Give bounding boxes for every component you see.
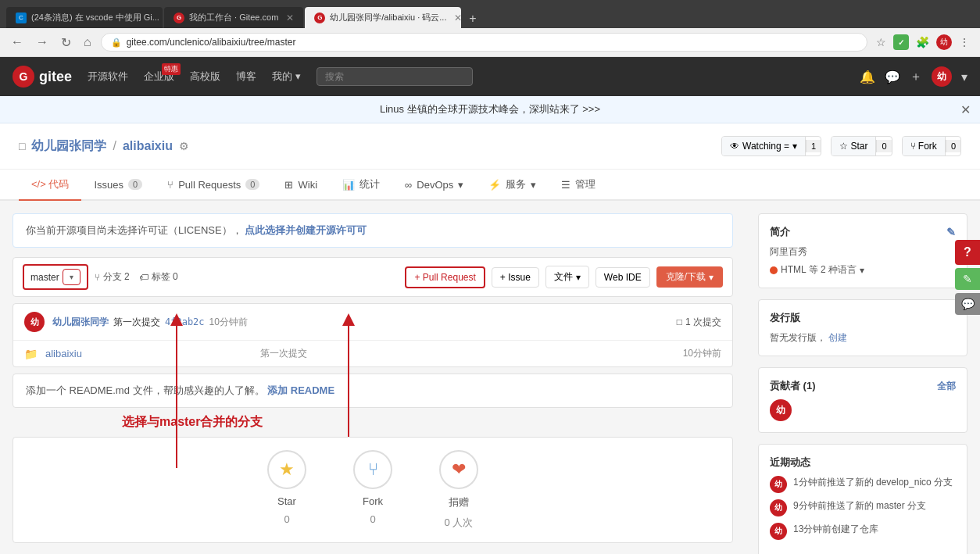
tab-services[interactable]: ⚡ 服务 ▾	[476, 170, 549, 201]
fork-circle: ⑂	[353, 450, 392, 489]
watching-button[interactable]: 👁 Watching = ▾	[722, 137, 806, 155]
forward-button[interactable]: →	[33, 34, 52, 51]
nav-mine[interactable]: 我的 ▾	[272, 70, 301, 84]
release-create-link[interactable]: 创建	[828, 332, 847, 343]
bookmark-button[interactable]: ☆	[874, 34, 889, 51]
commit-count-text: 1 次提交	[685, 316, 721, 329]
star-stat[interactable]: ★ Star 0	[267, 450, 306, 530]
fork-button[interactable]: ⑂ Fork	[903, 137, 946, 155]
license-create-link[interactable]: 点此选择并创建开源许可可	[245, 224, 367, 236]
activity-item-1: 幼 9分钟前推送了新的 master 分支	[770, 499, 956, 516]
message-icon[interactable]: 💬	[885, 70, 900, 84]
repo-toolbar: master ▾ ⑂ 分支 2 🏷 标签 0 + Pull Request + …	[13, 257, 733, 297]
announcement-close[interactable]: ✕	[960, 102, 971, 117]
home-button[interactable]: ⌂	[80, 34, 95, 51]
watching-arrow: ▾	[792, 141, 797, 152]
commit-hash[interactable]: 4f2ab2c	[165, 316, 205, 327]
user-avatar-nav[interactable]: 幼	[932, 66, 952, 87]
nav-mine-arrow: ▾	[295, 70, 301, 82]
tab-gitee-home[interactable]: G 我的工作台 · Gitee.com ✕	[164, 7, 303, 28]
repo-settings-icon[interactable]: ⚙	[179, 140, 189, 152]
branch-selector[interactable]: master ▾	[23, 264, 88, 290]
add-readme-link[interactable]: 添加 README	[267, 384, 334, 396]
star-button[interactable]: ☆ Star	[832, 137, 876, 155]
commit-header: 幼 幼儿园张同学 第一次提交 4f2ab2c 10分钟前 □ 1 次提交	[13, 304, 732, 341]
repo-owner[interactable]: 幼儿园张同学	[31, 138, 106, 155]
branch-count: ⑂ 分支 2	[95, 270, 130, 284]
menu-button[interactable]: ⋮	[957, 34, 972, 51]
web-ide-button[interactable]: Web IDE	[596, 267, 650, 288]
nav-search-box[interactable]	[317, 67, 473, 86]
tab-issues[interactable]: Issues 0	[81, 170, 155, 201]
tab-wiki[interactable]: ⊞ Wiki	[272, 170, 330, 201]
gitee-logo-icon: G	[13, 66, 34, 88]
new-tab-button[interactable]: +	[463, 9, 482, 28]
browser-actions: ☆ ✓ 🧩 幼 ⋮	[874, 34, 972, 51]
fork-stat[interactable]: ⑂ Fork 0	[353, 450, 392, 530]
reload-button[interactable]: ↻	[58, 34, 74, 52]
tab-gitee-home-close[interactable]: ✕	[286, 13, 294, 23]
contributor-avatar[interactable]: 幼	[770, 399, 792, 421]
help-button[interactable]: ?	[955, 240, 980, 265]
pr-badge: 0	[245, 179, 259, 190]
eye-icon: 👁	[730, 141, 739, 152]
extensions-button[interactable]: 🧩	[914, 34, 932, 51]
tab-pr[interactable]: ⑂ Pull Requests 0	[155, 170, 272, 201]
file-button[interactable]: 文件 ▾	[545, 266, 589, 288]
repo-name[interactable]: alibaixiu	[123, 139, 173, 153]
search-input[interactable]	[317, 67, 473, 86]
intro-title-text: 简介	[770, 225, 790, 239]
plus-icon[interactable]: ＋	[910, 69, 922, 85]
fork-group: ⑂ Fork 0	[902, 136, 961, 156]
language-tag[interactable]: HTML 等 2 种语言 ▾	[770, 263, 956, 277]
nav-blog[interactable]: 博客	[236, 70, 256, 84]
star-count: 0	[876, 140, 891, 152]
star-icon-shape: ★	[279, 459, 295, 480]
gitee-site: G gitee 开源软件 企业版 特惠 高校版 博客 我的 ▾ 🔔 💬 ＋ 幼 …	[0, 57, 980, 554]
file-name[interactable]: alibaixiu	[45, 348, 252, 359]
tab-stats[interactable]: 📊 统计	[330, 170, 392, 201]
tab-repo[interactable]: G 幼儿园张同学/alibaixiu · 码云... ✕	[305, 7, 461, 28]
tab-manage[interactable]: ☰ 管理	[549, 170, 608, 201]
nav-user-arrow[interactable]: ▾	[961, 70, 967, 84]
pull-request-button[interactable]: + Pull Request	[405, 266, 485, 288]
release-title-text: 发行版	[770, 311, 800, 325]
pull-request-label: + Pull Request	[414, 272, 475, 283]
notification-icon[interactable]: 🔔	[860, 70, 875, 84]
tab-stats-icon: 📊	[342, 179, 355, 191]
repo-actions: 👁 Watching = ▾ 1 ☆ Star 0 ⑂ Fork 0	[721, 136, 961, 156]
tab-stats-label: 统计	[359, 177, 380, 191]
address-input[interactable]: 🔒 gitee.com/unclenico/alibaixiu/tree/mas…	[101, 33, 867, 52]
nav-university[interactable]: 高校版	[190, 70, 220, 84]
announcement-text: Linus 坐镇的全球开源技术峰会，深圳站来了 >>>	[380, 103, 600, 115]
tab-code[interactable]: </> 代码	[19, 170, 81, 201]
ext-green-icon[interactable]: ✓	[893, 34, 909, 50]
issue-button[interactable]: + Issue	[492, 267, 539, 288]
back-button[interactable]: ←	[8, 34, 27, 51]
gitee-navbar: G gitee 开源软件 企业版 特惠 高校版 博客 我的 ▾ 🔔 💬 ＋ 幼 …	[0, 57, 980, 96]
activity-item-0: 幼 1分钟前推送了新的 develop_nico 分支	[770, 476, 956, 493]
tab-devops[interactable]: ∞ DevOps ▾	[392, 170, 476, 201]
vscode-favicon: C	[16, 13, 27, 23]
edit-button[interactable]: ✎	[955, 268, 980, 290]
file-table: 幼 幼儿园张同学 第一次提交 4f2ab2c 10分钟前 □ 1 次提交	[13, 303, 733, 367]
fork-count: 0	[946, 140, 960, 152]
nav-enterprise[interactable]: 企业版 特惠	[144, 70, 174, 84]
intro-edit-icon[interactable]: ✎	[946, 226, 956, 238]
download-button[interactable]: 克隆/下载 ▾	[656, 266, 723, 288]
license-warning: 你当前开源项目尚未选择许可证（LICENSE）， 点此选择并创建开源许可可	[13, 213, 733, 248]
toolbar-container: master ▾ ⑂ 分支 2 🏷 标签 0 + Pull Request + …	[13, 257, 733, 408]
donate-stat[interactable]: ❤ 捐赠 0 人次	[439, 450, 478, 530]
floating-actions: ? ✎ 💬	[955, 240, 980, 315]
repo-content: 你当前开源项目尚未选择许可证（LICENSE）， 点此选择并创建开源许可可 ma…	[0, 201, 746, 554]
nav-open-source[interactable]: 开源软件	[88, 70, 128, 84]
gitee-logo[interactable]: G gitee	[13, 66, 72, 88]
contributors-all-link[interactable]: 全部	[937, 380, 956, 393]
tab-vscode[interactable]: C (24条消息) 在 vscode 中使用 Gi... ✕	[6, 7, 163, 28]
annotation-container: 选择与master合并的分支	[13, 408, 733, 431]
tab-repo-close[interactable]: ✕	[454, 13, 461, 23]
commit-author[interactable]: 幼儿园张同学	[52, 316, 109, 329]
tab-devops-icon: ∞	[405, 179, 412, 191]
comment-button[interactable]: 💬	[955, 293, 980, 315]
profile-avatar[interactable]: 幼	[936, 34, 952, 50]
